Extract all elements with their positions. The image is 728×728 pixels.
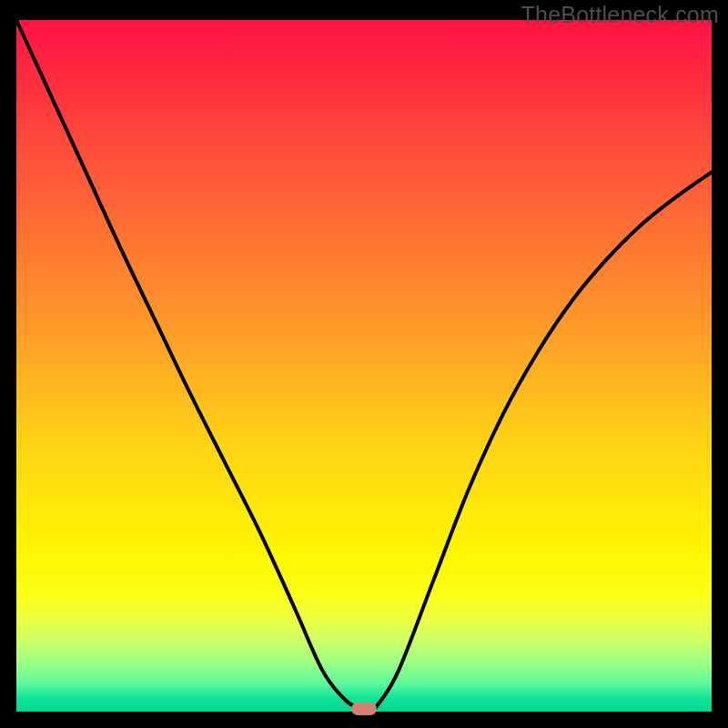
optimal-marker	[351, 703, 377, 715]
chart-stage: TheBottleneck.com	[0, 0, 728, 728]
curve-svg	[16, 20, 712, 712]
plot-inner	[16, 20, 712, 712]
plot-area	[16, 20, 712, 712]
watermark-text: TheBottleneck.com	[521, 2, 719, 28]
bottleneck-curve-path	[16, 20, 712, 713]
